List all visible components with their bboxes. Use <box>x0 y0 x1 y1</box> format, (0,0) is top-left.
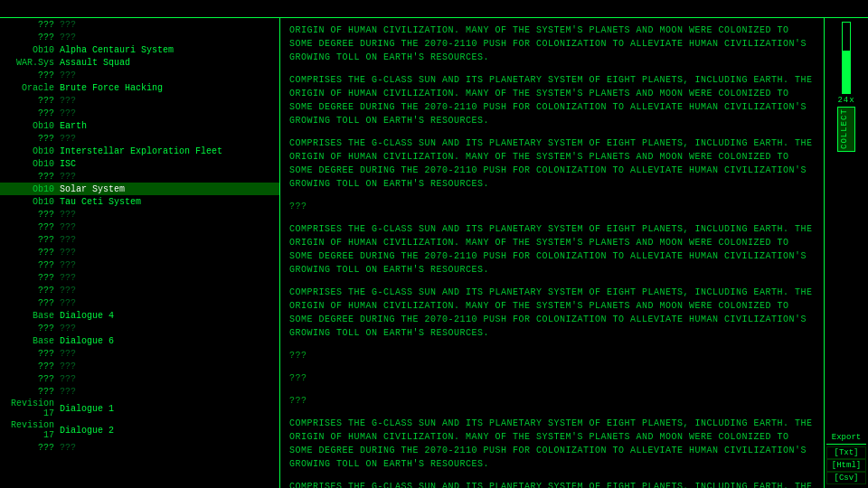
item-name: ??? <box>60 349 76 359</box>
export-txt-button[interactable]: [Txt] <box>826 446 866 459</box>
content-text: ??? <box>289 200 815 213</box>
item-name: ??? <box>60 273 76 283</box>
item-name: ISC <box>60 159 76 169</box>
sidebar-row[interactable]: ?????? <box>0 94 279 107</box>
item-name: ??? <box>60 70 76 80</box>
content-text: Comprises the G-class sun and its planet… <box>289 73 815 127</box>
content-text: Comprises the G-class sun and its planet… <box>289 417 815 471</box>
item-type: ??? <box>4 374 60 384</box>
content-text: Origin of Human Civilization. Many of th… <box>289 23 815 64</box>
content-text: ??? <box>289 371 815 385</box>
item-name: Brute Force Hacking <box>60 83 163 93</box>
item-name: ??? <box>60 260 76 270</box>
content-text: ??? <box>289 349 815 362</box>
item-name: ??? <box>60 33 76 42</box>
item-name: ??? <box>60 108 76 118</box>
sidebar-row[interactable]: ?????? <box>0 221 279 233</box>
item-type: ??? <box>4 222 60 232</box>
sidebar-row[interactable]: ?????? <box>0 208 279 221</box>
item-name: Earth <box>60 121 87 131</box>
collect-button[interactable]: COLLECT <box>837 107 855 152</box>
sidebar-row[interactable]: OracleBrute Force Hacking <box>0 81 279 94</box>
item-name: Tau Ceti System <box>60 197 141 207</box>
sidebar-row[interactable]: Ob10Tau Ceti System <box>0 195 279 208</box>
sidebar-row[interactable]: Ob10Solar System <box>0 183 279 195</box>
sidebar-row[interactable]: ?????? <box>0 360 279 372</box>
export-html-button[interactable]: [Html] <box>826 459 866 472</box>
export-csv-button[interactable]: [Csv] <box>826 472 866 484</box>
content-block: ??? <box>289 394 815 408</box>
progress-bar-container <box>842 22 851 94</box>
item-name: ??? <box>60 172 76 182</box>
item-type: ??? <box>4 324 60 333</box>
sidebar-row[interactable]: Ob10Interstellar Exploration Fleet <box>0 145 279 157</box>
item-name: Solar System <box>60 184 125 194</box>
item-name: Alpha Centauri System <box>60 45 174 55</box>
sidebar-row[interactable]: ?????? <box>0 18 279 31</box>
content-block: Comprises the G-class sun and its planet… <box>289 222 815 277</box>
item-type: ??? <box>4 96 60 106</box>
sidebar-row[interactable]: ?????? <box>0 258 279 271</box>
sidebar-row[interactable]: ?????? <box>0 322 279 334</box>
content-block: ??? <box>289 349 815 362</box>
content-block: Comprises the G-class sun and its planet… <box>289 136 815 191</box>
item-type: WAR.Sys <box>4 58 60 68</box>
item-type: ??? <box>4 33 60 42</box>
content-text: Comprises the G-class sun and its planet… <box>289 480 815 488</box>
sidebar-row[interactable]: ?????? <box>0 69 279 81</box>
sidebar-row[interactable]: ?????? <box>0 385 279 398</box>
item-type: Ob10 <box>4 121 60 131</box>
sidebar-row[interactable]: Ob10Earth <box>0 119 279 132</box>
content-text: ??? <box>289 394 815 408</box>
content-block: Comprises the G-class sun and its planet… <box>289 480 815 488</box>
sidebar-row[interactable]: ?????? <box>0 347 279 360</box>
item-type: Ob10 <box>4 197 60 207</box>
sidebar-row[interactable]: Ob10ISC <box>0 157 279 170</box>
item-type: ??? <box>4 298 60 308</box>
item-type: ??? <box>4 248 60 258</box>
item-type: Revision 17 <box>4 420 60 440</box>
header <box>0 0 868 18</box>
sidebar-row[interactable]: ?????? <box>0 233 279 246</box>
sidebar-row[interactable]: BaseDialogue 6 <box>0 334 279 347</box>
item-type: ??? <box>4 387 60 397</box>
sidebar-row[interactable]: Ob10Alpha Centauri System <box>0 43 279 56</box>
item-type: Ob10 <box>4 45 60 55</box>
sidebar: ????????????Ob10Alpha Centauri SystemWAR… <box>0 18 280 488</box>
item-name: ??? <box>60 222 76 232</box>
sidebar-row[interactable]: Revision 17Dialogue 1 <box>0 398 279 419</box>
content-block: Comprises the G-class sun and its planet… <box>289 286 815 340</box>
sidebar-row[interactable]: ?????? <box>0 31 279 43</box>
content-block: Comprises the G-class sun and its planet… <box>289 73 815 127</box>
content-block: Origin of Human Civilization. Many of th… <box>289 23 815 64</box>
item-type: ??? <box>4 172 60 182</box>
sidebar-row[interactable]: ?????? <box>0 107 279 119</box>
item-name: Dialogue 2 <box>60 426 114 436</box>
item-type: Ob10 <box>4 184 60 194</box>
item-type: ??? <box>4 260 60 270</box>
item-type: Ob10 <box>4 159 60 169</box>
item-name: ??? <box>60 361 76 371</box>
sidebar-row[interactable]: ?????? <box>0 372 279 385</box>
progress-bar-fill <box>843 51 850 93</box>
sidebar-row[interactable]: WAR.SysAssault Squad <box>0 56 279 69</box>
item-type: ??? <box>4 443 60 453</box>
item-type: Oracle <box>4 83 60 93</box>
sidebar-row[interactable]: ?????? <box>0 246 279 258</box>
content-block: ??? <box>289 371 815 385</box>
sidebar-row[interactable]: ?????? <box>0 271 279 284</box>
content-block: Comprises the G-class sun and its planet… <box>289 417 815 471</box>
sidebar-row[interactable]: BaseDialogue 4 <box>0 309 279 322</box>
item-type: ??? <box>4 210 60 220</box>
sidebar-row[interactable]: ?????? <box>0 441 279 454</box>
sidebar-row[interactable]: ?????? <box>0 170 279 183</box>
right-panel: 24x COLLECT Export [Txt] [Html] [Csv] <box>825 18 868 488</box>
sidebar-row[interactable]: ?????? <box>0 296 279 309</box>
item-name: ??? <box>60 96 76 106</box>
item-name: ??? <box>60 286 76 296</box>
item-type: Base <box>4 336 60 346</box>
sidebar-row[interactable]: Revision 17Dialogue 2 <box>0 419 279 441</box>
sidebar-row[interactable]: ?????? <box>0 284 279 296</box>
item-type: ??? <box>4 286 60 296</box>
sidebar-row[interactable]: ?????? <box>0 132 279 145</box>
